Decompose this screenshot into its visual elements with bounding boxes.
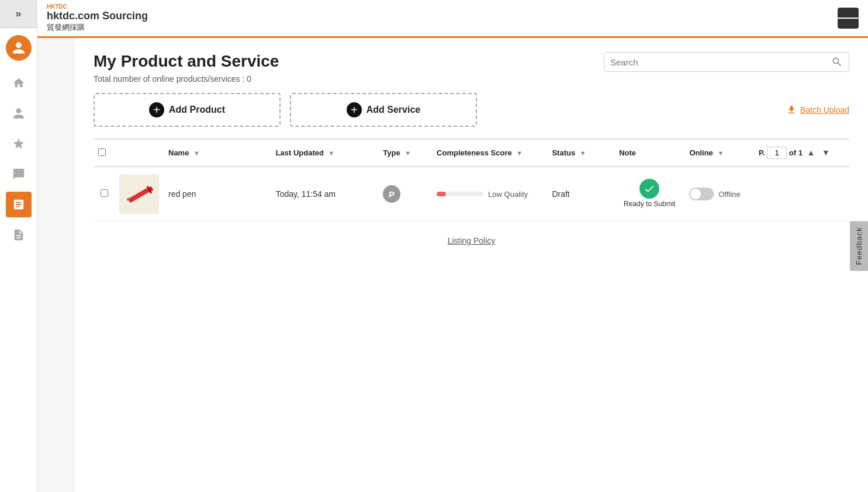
listing-policy-link[interactable]: Listing Policy xyxy=(448,236,496,245)
brand-chinese: 貿發網採購 xyxy=(47,22,148,33)
completeness-bar-wrap: Low Quality xyxy=(437,190,542,199)
name-sort-icon[interactable]: ▼ xyxy=(193,150,200,157)
toggle-knob xyxy=(690,189,701,199)
page-up-button[interactable]: ▲ xyxy=(805,147,818,158)
page-header: My Product and Service Total number of o… xyxy=(94,52,849,84)
sidebar-toggle[interactable]: » xyxy=(0,0,37,28)
expand-icon: » xyxy=(15,8,21,20)
header-status-col: Status ▼ xyxy=(547,139,614,167)
feedback-label: Feedback xyxy=(855,227,863,265)
hktdc-label: HKTDC xyxy=(47,4,148,10)
row-checkbox[interactable] xyxy=(101,189,108,197)
row-last-updated-cell: Today, 11:54 am xyxy=(271,167,379,221)
header-page-col: P. of 1 ▲ ▼ xyxy=(754,139,849,167)
header-last-updated-col: Last Updated ▼ xyxy=(271,139,379,167)
status-value: Draft xyxy=(552,189,569,199)
row-type-cell: P xyxy=(378,167,432,221)
add-product-label: Add Product xyxy=(169,105,225,115)
online-toggle-wrap: Offline xyxy=(689,188,749,200)
listing-policy-section: Listing Policy xyxy=(94,235,849,246)
online-filter-icon[interactable]: ▼ xyxy=(717,150,724,157)
offline-label: Offline xyxy=(718,190,740,199)
search-input[interactable] xyxy=(610,57,831,67)
type-filter-icon[interactable]: ▼ xyxy=(404,150,411,157)
header-page-label: P. xyxy=(759,148,765,157)
feedback-tab[interactable]: Feedback xyxy=(850,221,868,271)
header-name-label: Name xyxy=(168,148,189,157)
completeness-filter-icon[interactable]: ▼ xyxy=(516,150,523,157)
row-status-cell: Draft xyxy=(547,167,614,221)
page-title: My Product and Service xyxy=(94,52,279,71)
header-completeness-label: Completeness Score xyxy=(437,148,512,157)
sidebar-item-messages[interactable] xyxy=(6,161,32,187)
feedback-tab-container: Feedback xyxy=(850,221,868,271)
last-updated-sort-icon[interactable]: ▼ xyxy=(328,150,335,157)
batch-upload-label: Batch Upload xyxy=(800,105,849,115)
completeness-quality-label: Low Quality xyxy=(488,190,528,199)
header-online-col: Online ▼ xyxy=(684,139,754,167)
action-row: + Add Product + Add Service Batch Upload xyxy=(94,93,849,127)
sidebar-item-products[interactable] xyxy=(6,192,32,217)
row-page-cell xyxy=(754,167,849,221)
brand-name: hktdc.com Sourcing xyxy=(47,10,148,22)
upload-icon xyxy=(786,105,797,115)
header-status-label: Status xyxy=(552,148,575,157)
type-badge: P xyxy=(383,185,400,203)
select-all-checkbox[interactable] xyxy=(98,148,106,156)
menu-line-1 xyxy=(838,18,845,19)
header-completeness-col: Completeness Score ▼ xyxy=(432,139,547,167)
add-product-button[interactable]: + Add Product xyxy=(94,93,281,127)
header-last-updated-label: Last Updated xyxy=(276,148,324,157)
online-toggle[interactable] xyxy=(689,188,714,200)
add-product-plus-icon: + xyxy=(149,102,164,117)
row-note-cell: Ready to Submit xyxy=(614,167,684,221)
sidebar-item-favorites[interactable] xyxy=(6,131,32,157)
topbar: HKTDC hktdc.com Sourcing 貿發網採購 xyxy=(37,0,868,38)
header-name-col: Name ▼ xyxy=(164,139,271,167)
ready-label: Ready to Submit xyxy=(624,200,676,209)
completeness-bar-fill xyxy=(437,192,446,196)
type-badge-label: P xyxy=(389,189,395,199)
sidebar-item-profile[interactable] xyxy=(6,101,32,126)
table-header-row: Name ▼ Last Updated ▼ Type ▼ Completenes… xyxy=(94,139,849,167)
header-note-col: Note xyxy=(614,139,684,167)
table-row: red pen Today, 11:54 am P Low Quality xyxy=(94,167,849,221)
search-bar[interactable] xyxy=(604,52,849,72)
add-service-label: Add Service xyxy=(366,105,420,115)
row-online-cell: Offline xyxy=(684,167,754,221)
product-image xyxy=(119,174,159,214)
avatar[interactable] xyxy=(6,35,32,61)
sidebar-item-documents[interactable] xyxy=(6,222,32,248)
sidebar-item-home[interactable] xyxy=(6,70,32,96)
ready-to-submit-note: Ready to Submit xyxy=(619,179,680,209)
pen-illustration xyxy=(122,176,157,212)
header-type-col: Type ▼ xyxy=(378,139,432,167)
header-online-label: Online xyxy=(689,148,713,157)
page-number-input[interactable] xyxy=(767,147,787,159)
menu-button[interactable] xyxy=(838,8,859,29)
add-service-button[interactable]: + Add Service xyxy=(290,93,477,127)
search-icon xyxy=(831,56,843,68)
check-circle xyxy=(639,179,659,199)
header-checkbox-col xyxy=(94,139,115,167)
user-avatar-icon xyxy=(12,41,26,55)
menu-line-3 xyxy=(852,18,859,19)
completeness-bar xyxy=(437,192,483,196)
add-service-plus-icon: + xyxy=(347,102,362,117)
last-updated-value: Today, 11:54 am xyxy=(276,189,336,199)
header-image-col xyxy=(115,139,164,167)
status-filter-icon[interactable]: ▼ xyxy=(580,150,586,157)
row-image-cell xyxy=(115,167,164,221)
product-name: red pen xyxy=(168,189,196,199)
logo: HKTDC hktdc.com Sourcing 貿發網採購 xyxy=(47,4,148,33)
main-content: My Product and Service Total number of o… xyxy=(75,38,868,492)
batch-upload-button[interactable]: Batch Upload xyxy=(786,105,849,115)
row-completeness-cell: Low Quality xyxy=(432,167,547,221)
page-total-label: of 1 xyxy=(789,148,803,157)
row-name-cell: red pen xyxy=(164,167,271,221)
page-subtitle: Total number of online products/services… xyxy=(94,74,279,84)
page-title-block: My Product and Service Total number of o… xyxy=(94,52,279,84)
header-type-label: Type xyxy=(383,148,400,157)
checkmark-icon xyxy=(644,183,655,195)
page-down-button[interactable]: ▼ xyxy=(819,147,832,158)
